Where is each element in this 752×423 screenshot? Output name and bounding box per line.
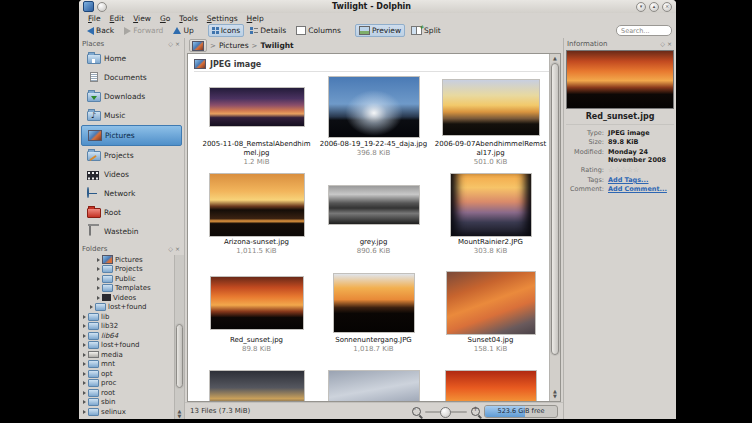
tree-item-selinux[interactable]: selinux — [81, 407, 184, 417]
view-scrollbar-thumb[interactable] — [551, 63, 559, 355]
thumbnail[interactable] — [446, 371, 536, 402]
expander-icon[interactable] — [97, 277, 100, 281]
file-item[interactable]: 2006-09-07AbendhimmelRemstal17.jpg 501.0… — [432, 74, 549, 172]
minimize-icon[interactable]: ▾ — [636, 2, 646, 12]
file-item[interactable]: 2006-08-19_19-22-45_daja.jpg 396.8 KiB — [315, 74, 432, 172]
expander-icon[interactable] — [97, 258, 100, 262]
thumbnail[interactable] — [334, 274, 414, 332]
columns-view-button[interactable]: Columns — [292, 24, 345, 37]
view-scrollbar[interactable]: ▲ ▲▼ — [549, 54, 560, 401]
forward-button[interactable]: Forward — [120, 24, 167, 37]
expander-icon[interactable] — [83, 381, 86, 385]
tree-item-proc[interactable]: proc — [81, 379, 184, 389]
expander-icon[interactable] — [83, 362, 86, 366]
folders-close-icon[interactable]: × — [174, 246, 181, 252]
place-videos[interactable]: Videos — [81, 165, 182, 184]
file-item[interactable]: grey.jpg 890.6 KiB — [315, 172, 432, 270]
tree-item-root[interactable]: root — [81, 388, 184, 398]
place-documents[interactable]: Documents — [81, 68, 182, 87]
details-view-button[interactable]: Details — [246, 24, 290, 37]
zoom-in-icon[interactable]: + — [471, 407, 480, 416]
places-float-icon[interactable]: ◇ — [167, 41, 174, 47]
expander-icon[interactable] — [97, 286, 100, 290]
expander-icon[interactable] — [83, 334, 86, 338]
preview-toggle-button[interactable]: Preview — [355, 24, 405, 37]
window-menu-button[interactable] — [97, 2, 107, 12]
information-close-icon[interactable]: × — [666, 41, 673, 47]
tree-item-pictures[interactable]: Pictures — [81, 255, 184, 265]
file-item-partial[interactable] — [198, 368, 315, 402]
file-item[interactable]: Sonnenuntergang.JPG 1,018.7 KiB — [315, 270, 432, 368]
add-tags-link[interactable]: Add Tags... — [608, 176, 674, 184]
folders-float-icon[interactable]: ◇ — [167, 246, 174, 252]
information-float-icon[interactable]: ◇ — [659, 41, 666, 47]
place-home[interactable]: Home — [81, 49, 182, 68]
places-close-icon[interactable]: × — [174, 41, 181, 47]
tree-item-mnt[interactable]: mnt — [81, 360, 184, 370]
close-icon[interactable]: × — [662, 2, 672, 12]
place-pictures[interactable]: Pictures — [81, 125, 182, 146]
expander-icon[interactable] — [83, 324, 86, 328]
tree-item-media[interactable]: media — [81, 350, 184, 360]
thumbnail[interactable] — [329, 77, 419, 137]
split-button[interactable]: + Split — [407, 24, 445, 37]
file-view[interactable]: JPEG image 2005-11-08_RemstalAbendhimmel… — [187, 53, 561, 402]
folders-scroll-steppers[interactable]: ▲▼ — [175, 409, 184, 419]
maximize-icon[interactable]: ▴ — [649, 2, 659, 12]
app-icon[interactable] — [83, 1, 94, 12]
tree-item-templates[interactable]: Templates — [81, 284, 184, 294]
thumbnail[interactable] — [451, 174, 531, 236]
thumbnail[interactable] — [211, 277, 303, 329]
menu-go[interactable]: Go — [156, 14, 174, 23]
zoom-slider-handle[interactable] — [440, 407, 451, 418]
file-item-partial[interactable] — [432, 368, 549, 402]
file-item[interactable]: Red_sunset.jpg 89.8 KiB — [198, 270, 315, 368]
expander-icon[interactable] — [83, 315, 86, 319]
expander-icon[interactable] — [83, 400, 86, 404]
add-comment-link[interactable]: Add Comment... — [608, 185, 674, 193]
up-button[interactable]: Up — [169, 24, 197, 37]
thumbnail[interactable] — [210, 371, 304, 402]
thumbnail[interactable] — [329, 186, 419, 224]
tree-item-lib[interactable]: lib — [81, 312, 184, 322]
tree-item-lostfound-root[interactable]: lost+found — [81, 341, 184, 351]
file-item-partial[interactable] — [315, 368, 432, 402]
tree-item-lib64[interactable]: lib64 — [81, 331, 184, 341]
tree-item-lostfound-home[interactable]: lost+found — [81, 303, 184, 313]
file-item[interactable]: Arizona-sunset.jpg 1,011.5 KiB — [198, 172, 315, 270]
breadcrumb-twilight[interactable]: Twilight — [260, 41, 293, 50]
thumbnail[interactable] — [210, 174, 304, 236]
menu-tools[interactable]: Tools — [175, 14, 201, 23]
scroll-up-icon[interactable]: ▲ — [550, 55, 560, 61]
folders-scrollbar[interactable]: ▲▼ — [174, 255, 184, 419]
thumbnail[interactable] — [443, 80, 539, 135]
breadcrumb-pictures[interactable]: Pictures — [219, 41, 249, 50]
zoom-slider[interactable] — [425, 406, 467, 416]
place-projects[interactable]: Projects — [81, 146, 182, 165]
title-bar[interactable]: Twilight - Dolphin ▾ ▴ × — [79, 0, 676, 13]
place-music[interactable]: ♪ Music — [81, 106, 182, 125]
tree-item-opt[interactable]: opt — [81, 369, 184, 379]
place-downloads[interactable]: Downloads — [81, 87, 182, 106]
expander-icon[interactable] — [97, 296, 100, 300]
back-button[interactable]: Back — [83, 24, 118, 37]
menu-help[interactable]: Help — [243, 14, 268, 23]
folders-scrollbar-thumb[interactable] — [176, 324, 183, 388]
icons-view-button[interactable]: Icons — [208, 24, 245, 37]
tree-item-projects[interactable]: Projects — [81, 265, 184, 275]
tree-item-sbin[interactable]: sbin — [81, 398, 184, 408]
menu-settings[interactable]: Settings — [203, 14, 242, 23]
tree-item-videos[interactable]: Videos — [81, 293, 184, 303]
menu-view[interactable]: View — [129, 14, 155, 23]
expander-icon[interactable] — [83, 372, 86, 376]
zoom-out-icon[interactable]: - — [412, 407, 421, 416]
location-icon-button[interactable] — [189, 39, 207, 52]
thumbnail[interactable] — [210, 88, 304, 126]
search-input[interactable] — [616, 25, 672, 36]
file-item[interactable]: 2005-11-08_RemstalAbendhimmel.jpg 1.2 Mi… — [198, 74, 315, 172]
expander-icon[interactable] — [90, 305, 93, 309]
menu-file[interactable]: File — [84, 14, 105, 23]
expander-icon[interactable] — [83, 410, 86, 414]
thumbnail[interactable] — [329, 371, 419, 402]
expander-icon[interactable] — [83, 391, 86, 395]
